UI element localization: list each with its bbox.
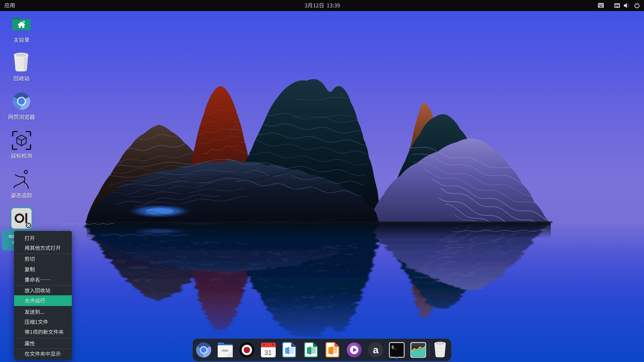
- svg-text:$_: $_: [391, 345, 397, 350]
- svg-text:a: a: [373, 344, 379, 355]
- svg-text:31: 31: [264, 349, 272, 356]
